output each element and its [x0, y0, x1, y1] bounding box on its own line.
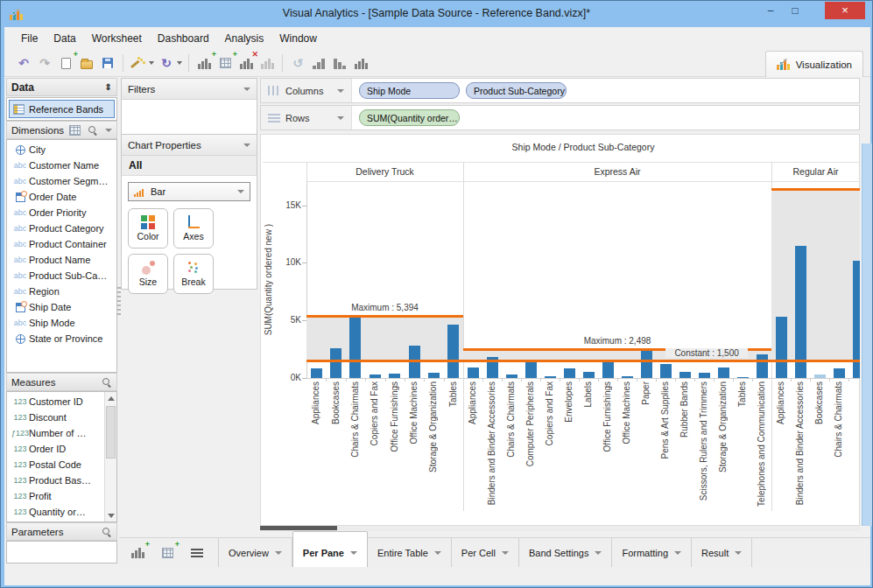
- bar[interactable]: [814, 374, 826, 378]
- measure-customer-id[interactable]: 123Customer ID: [7, 394, 116, 410]
- bar[interactable]: [834, 368, 845, 378]
- horizontal-scrollbar-thumb[interactable]: [260, 526, 337, 530]
- dimension-order-priority[interactable]: abcOrder Priority: [7, 205, 116, 220]
- add-chart-icon[interactable]: +: [128, 543, 147, 563]
- select-rotate-icon[interactable]: ↺: [288, 53, 307, 73]
- tab-per-cell[interactable]: Per Cell: [452, 538, 519, 567]
- parameters-header[interactable]: Parameters: [6, 522, 117, 541]
- bar[interactable]: [311, 368, 322, 378]
- measures-search-icon[interactable]: [102, 377, 112, 388]
- vertical-scrollbar[interactable]: [862, 144, 873, 526]
- columns-menu-icon[interactable]: [337, 89, 344, 93]
- add-crosstab-icon[interactable]: +: [158, 543, 177, 563]
- tab-overview[interactable]: Overview: [219, 538, 292, 567]
- column-pill[interactable]: Product Sub-Category: [466, 82, 567, 99]
- tab-menu-icon[interactable]: [735, 551, 742, 555]
- scrollbar-thumb[interactable]: [106, 406, 116, 458]
- bar[interactable]: [622, 376, 633, 378]
- collapse-panel-icon[interactable]: ⇕: [105, 82, 112, 92]
- bar[interactable]: [602, 360, 614, 378]
- bar[interactable]: [468, 368, 479, 378]
- sheet-list-icon[interactable]: [187, 543, 207, 563]
- filters-collapse-icon[interactable]: [243, 88, 250, 91]
- minimize-button[interactable]: –: [758, 2, 783, 19]
- bar[interactable]: [506, 374, 517, 378]
- measure-product-bas-[interactable]: 123Product Bas…: [7, 472, 116, 488]
- menu-file[interactable]: File: [13, 29, 46, 48]
- chart-properties-collapse-icon[interactable]: [243, 144, 250, 147]
- bar[interactable]: [660, 364, 672, 378]
- bar[interactable]: [447, 325, 459, 378]
- bar[interactable]: [718, 368, 729, 378]
- wand-icon-dropdown[interactable]: [149, 61, 154, 65]
- dimension-product-container[interactable]: abcProduct Container: [7, 236, 116, 252]
- undo-icon[interactable]: ↶: [14, 53, 33, 73]
- sort-ascending-icon[interactable]: [309, 53, 328, 73]
- scroll-down-icon[interactable]: [105, 509, 116, 522]
- bar[interactable]: [699, 373, 710, 378]
- dimensions-menu-icon[interactable]: [105, 129, 112, 132]
- tab-menu-icon[interactable]: [502, 551, 509, 555]
- axes-button[interactable]: Axes: [173, 208, 214, 248]
- wand-icon[interactable]: [129, 53, 148, 73]
- bar[interactable]: [679, 372, 691, 378]
- dimension-customer-segm-[interactable]: abcCustomer Segm…: [7, 173, 116, 189]
- dimension-order-date[interactable]: Order Date: [7, 189, 116, 205]
- dimension-ship-mode[interactable]: abcShip Mode: [7, 315, 116, 331]
- dimension-city[interactable]: City: [7, 142, 116, 158]
- filters-header[interactable]: Filters: [122, 79, 257, 100]
- rows-shelf[interactable]: Rows SUM(Quantity order…: [260, 105, 860, 130]
- save-icon[interactable]: [98, 53, 117, 73]
- chart-properties-header[interactable]: Chart Properties: [122, 135, 257, 156]
- menu-window[interactable]: Window: [271, 29, 325, 48]
- close-button[interactable]: ×: [825, 2, 865, 19]
- visualization-canvas[interactable]: Ship Mode / Product Sub-Category SUM(Qua…: [260, 134, 860, 526]
- visualization-tab[interactable]: Visualization: [765, 51, 863, 77]
- refresh-icon[interactable]: ↻: [157, 53, 176, 73]
- bar[interactable]: [641, 349, 652, 378]
- tab-entire-table[interactable]: Entire Table: [368, 538, 452, 567]
- columns-shelf-label[interactable]: Columns: [261, 79, 352, 102]
- sort-descending-icon[interactable]: [330, 53, 349, 73]
- dimensions-header[interactable]: Dimensions: [6, 121, 117, 139]
- bar[interactable]: [795, 246, 806, 378]
- dimension-product-sub-ca-[interactable]: abcProduct Sub-Ca…: [7, 268, 116, 284]
- bar[interactable]: [564, 368, 575, 378]
- menu-data[interactable]: Data: [46, 29, 83, 48]
- bar[interactable]: [428, 373, 440, 378]
- data-panel-header[interactable]: Data ⇕: [6, 78, 117, 96]
- measure-postal-code[interactable]: 123Postal Code: [7, 457, 116, 472]
- table-view-icon[interactable]: [69, 125, 81, 136]
- data-source-item[interactable]: Reference Bands: [9, 100, 115, 118]
- tab-band-settings[interactable]: Band Settings: [519, 538, 613, 567]
- measure-profit[interactable]: 123Profit: [7, 488, 116, 504]
- bar[interactable]: [737, 377, 749, 378]
- remove-chart-icon[interactable]: ✕: [236, 53, 256, 73]
- measure-order-id[interactable]: 123Order ID: [7, 441, 116, 457]
- measure-quantity-or-[interactable]: 123Quantity or…: [7, 504, 116, 520]
- tab-menu-icon[interactable]: [595, 551, 602, 555]
- scroll-up-icon[interactable]: [105, 392, 116, 404]
- bar[interactable]: [545, 376, 556, 378]
- menu-analysis[interactable]: Analysis: [217, 29, 272, 48]
- dimension-region[interactable]: abcRegion: [7, 284, 116, 299]
- measure-number-of-[interactable]: ƒ123Number of …: [7, 425, 116, 441]
- break-button[interactable]: Break: [173, 254, 214, 294]
- column-pill[interactable]: Ship Mode: [359, 82, 460, 99]
- bar[interactable]: [776, 317, 787, 378]
- rows-menu-icon[interactable]: [337, 116, 344, 120]
- redo-icon[interactable]: ↷: [35, 53, 54, 73]
- color-button[interactable]: Color: [128, 208, 168, 248]
- measure-discount[interactable]: 123Discount: [7, 410, 116, 425]
- maximize-button[interactable]: □: [783, 2, 807, 19]
- dimension-product-name[interactable]: abcProduct Name: [7, 252, 116, 268]
- rows-shelf-label[interactable]: Rows: [261, 106, 352, 130]
- dimension-customer-name[interactable]: abcCustomer Name: [7, 158, 116, 173]
- columns-shelf[interactable]: Columns Ship ModeProduct Sub-Category: [260, 78, 860, 103]
- measures-scrollbar[interactable]: [104, 392, 116, 522]
- tab-menu-icon[interactable]: [275, 551, 282, 555]
- tab-menu-icon[interactable]: [350, 551, 357, 555]
- bar[interactable]: [525, 361, 537, 378]
- dimension-state-or-province[interactable]: State or Province: [7, 331, 116, 346]
- bar[interactable]: [370, 374, 381, 378]
